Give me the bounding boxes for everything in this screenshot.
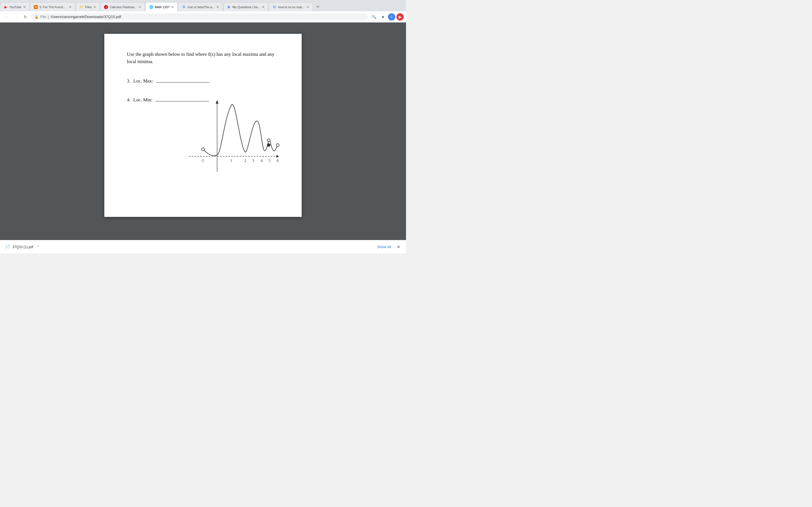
tab-myquestions-title: My Questions | ba...	[233, 5, 260, 9]
address-actions: 🔍 ★ C ▶	[370, 13, 404, 21]
myquestions-favicon: b	[227, 5, 231, 9]
download-chevron-icon[interactable]: ⌃	[36, 244, 41, 250]
filled-circle-5	[267, 144, 270, 147]
youtube-favicon: ▶	[4, 5, 8, 9]
tab-howto[interactable]: G how to ss on mac... ✕	[269, 2, 313, 11]
tab-youtube-title: YouTube	[9, 5, 21, 9]
question-3-label: Loc. Max:	[133, 78, 153, 84]
function-favicon: G	[34, 5, 38, 9]
svg-text:4: 4	[261, 159, 263, 163]
search-button[interactable]: 🔍	[370, 13, 378, 21]
download-item: 📄 37Q10 (1).pdf ⌃	[4, 244, 41, 250]
open-circle-start	[202, 148, 204, 151]
tab-math[interactable]: 🌐 Math 1337 ✕	[146, 2, 177, 11]
svg-text:3: 3	[252, 159, 254, 163]
svg-text:1: 1	[231, 159, 232, 163]
new-tab-button[interactable]: +	[313, 2, 322, 11]
svg-text:2: 2	[245, 159, 246, 163]
pdf-page: Use the graph shown below to find where …	[104, 34, 302, 217]
url-bar[interactable]: 🔒 File | /Users/carsongarrett/Downloads/…	[31, 13, 368, 20]
account-button[interactable]: ▶	[396, 13, 404, 20]
open-circle-6	[276, 144, 279, 147]
files-favicon: ⚙	[80, 5, 84, 9]
tab-math-close[interactable]: ✕	[171, 5, 174, 9]
truefalse-favicon: G	[182, 5, 186, 9]
tab-function[interactable]: G 5. For The Functio... ✕	[30, 2, 75, 11]
show-all-button[interactable]: Show All	[375, 244, 393, 250]
url-path: /Users/carsongarrett/Downloads/37Q10.pdf	[50, 15, 121, 19]
url-file-prefix: File	[40, 15, 46, 19]
question-3: 3. Loc. Max:	[127, 76, 279, 84]
question-4-label: Loc. Min:	[133, 97, 153, 103]
tab-files-close[interactable]: ✕	[93, 5, 96, 9]
tab-math-title: Math 1337	[155, 5, 169, 9]
problem-text: Use the graph shown below to find where …	[127, 51, 279, 65]
tab-bar: ▶ YouTube ✕ G 5. For The Functio... ✕ ⚙ …	[0, 0, 406, 11]
reload-button[interactable]: ↻	[21, 13, 29, 21]
question-3-answer-line	[156, 76, 210, 82]
download-file-icon: 📄	[4, 244, 10, 249]
tab-howto-close[interactable]: ✕	[306, 5, 309, 9]
tab-youtube-close[interactable]: ✕	[23, 5, 26, 9]
tab-myquestions-close[interactable]: ✕	[262, 5, 264, 9]
howto-favicon: G	[272, 5, 276, 9]
tab-truefalse-title: true or falseThe a...	[188, 5, 214, 9]
tab-function-title: 5. For The Functio...	[40, 5, 67, 9]
address-bar: ← → ↻ 🔒 File | /Users/carsongarrett/Down…	[0, 11, 406, 22]
svg-marker-3	[216, 100, 218, 104]
tab-truefalse-close[interactable]: ✕	[216, 5, 219, 9]
tab-calculus-title: Calculus Flashcar...	[110, 5, 137, 9]
open-circle-max5	[267, 139, 270, 142]
forward-button[interactable]: →	[12, 13, 20, 21]
tab-truefalse[interactable]: G true or falseThe a... ✕	[178, 2, 222, 11]
download-actions: Show All ✕	[375, 243, 402, 251]
svg-marker-1	[276, 155, 279, 158]
math-favicon: 🌐	[149, 5, 153, 9]
question-4-number: 4.	[127, 97, 131, 103]
browser-chrome: ▶ YouTube ✕ G 5. For The Functio... ✕ ⚙ …	[0, 0, 406, 22]
svg-text:5: 5	[269, 159, 271, 163]
close-download-bar-button[interactable]: ✕	[396, 243, 402, 251]
bookmark-button[interactable]: ★	[379, 13, 387, 21]
calculus-favicon: Q	[104, 5, 108, 9]
profile-avatar[interactable]: C	[388, 13, 395, 20]
function-graph: -1 1 2 3 4 5 6	[183, 96, 285, 186]
tab-files-title: Files	[85, 5, 92, 9]
tab-calculus-close[interactable]: ✕	[139, 5, 141, 9]
tab-myquestions[interactable]: b My Questions | ba... ✕	[223, 2, 268, 11]
url-separator: |	[48, 15, 49, 19]
tab-calculus[interactable]: Q Calculus Flashcar... ✕	[100, 2, 145, 11]
svg-text:-1: -1	[201, 159, 204, 163]
back-button[interactable]: ←	[2, 13, 10, 21]
tab-howto-title: how to ss on mac...	[278, 5, 305, 9]
download-bar: 📄 37Q10 (1).pdf ⌃ Show All ✕	[0, 240, 406, 253]
tab-youtube[interactable]: ▶ YouTube ✕	[0, 2, 30, 11]
lock-icon: 🔒	[35, 15, 39, 19]
tab-files[interactable]: ⚙ Files ✕	[76, 2, 100, 11]
question-3-number: 3.	[127, 78, 131, 84]
graph-container: -1 1 2 3 4 5 6	[183, 96, 285, 187]
pdf-viewer: Use the graph shown below to find where …	[0, 22, 406, 240]
tab-function-close[interactable]: ✕	[69, 5, 71, 9]
download-filename[interactable]: 37Q10 (1).pdf	[12, 245, 33, 249]
svg-text:6: 6	[277, 159, 279, 163]
